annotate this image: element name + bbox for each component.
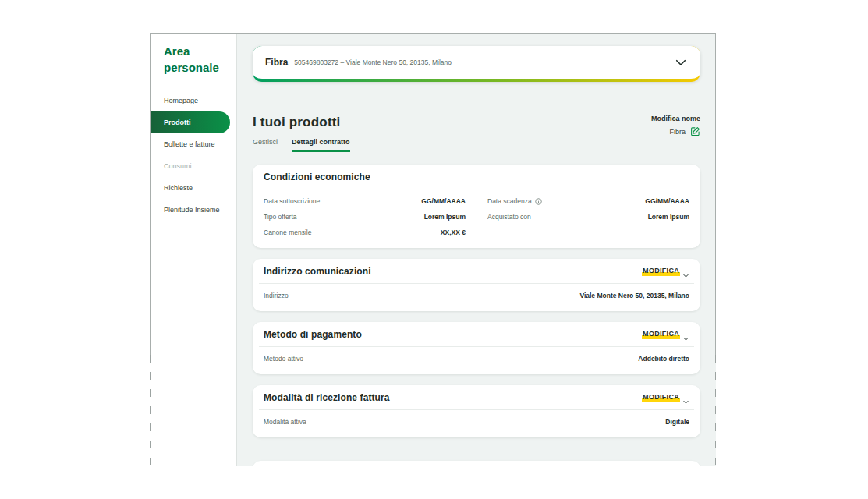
- sidebar-nav: Homepage Prodotti Bollette e fatture Con…: [150, 90, 236, 221]
- card-title: Metodo di pagamento: [264, 329, 362, 340]
- card-partial-next: [253, 461, 700, 466]
- field-tipo-offerta: Tipo offerta Lorem Ipsum: [264, 209, 466, 225]
- edit-pencil-square-icon[interactable]: [690, 126, 700, 136]
- sidebar-item-plenitude-insieme[interactable]: Plenitude Insieme: [150, 199, 236, 221]
- sidebar-item-prodotti[interactable]: Prodotti: [150, 111, 230, 133]
- field-data-scadenza: Data scadenza GG/MM/AAAA: [487, 193, 689, 209]
- sidebar-title: Area personale: [150, 44, 236, 90]
- field-data-sottoscrizione: Data sottoscrizione GG/MM/AAAA: [264, 193, 466, 209]
- main-content: Fibra 505469803272 – Viale Monte Nero 50…: [237, 34, 716, 466]
- field-canone-mensile: Canone mensile XX,XX €: [264, 225, 466, 240]
- card-condizioni-economiche: Condizioni economiche Data sottoscrizion…: [253, 165, 700, 248]
- rename-block: Modifica nome Fibra: [651, 115, 700, 136]
- card-title: Modalità di ricezione fattura: [264, 392, 390, 403]
- card-title: Condizioni economiche: [264, 172, 370, 182]
- selector-product-details: 505469803272 – Viale Monte Nero 50, 2013…: [294, 58, 668, 66]
- modifica-billing-button[interactable]: MODIFICA: [642, 393, 689, 402]
- card-modalita-ricezione-fattura: Modalità di ricezione fattura MODIFICA M…: [253, 385, 700, 437]
- rename-value: Fibra: [669, 128, 686, 136]
- modifica-address-button[interactable]: MODIFICA: [642, 267, 689, 276]
- rename-label: Modifica nome: [651, 115, 700, 122]
- tab-gestisci[interactable]: Gestisci: [253, 138, 278, 152]
- selector-product-name: Fibra: [265, 57, 288, 68]
- product-selector-dropdown[interactable]: Fibra 505469803272 – Viale Monte Nero 50…: [253, 46, 700, 82]
- chevron-down-icon: [674, 55, 688, 69]
- page-title: I tuoi prodotti: [253, 115, 350, 130]
- chevron-down-icon: [682, 331, 689, 338]
- card-indirizzo-comunicazioni: Indirizzo comunicazioni MODIFICA Indiriz…: [253, 259, 700, 311]
- page-header: I tuoi prodotti Gestisci Dettagli contra…: [253, 115, 700, 152]
- screenshot-canvas: Area personale Homepage Prodotti Bollett…: [0, 0, 868, 499]
- app-window: Area personale Homepage Prodotti Bollett…: [150, 33, 716, 466]
- card-metodo-pagamento: Metodo di pagamento MODIFICA Metodo atti…: [253, 322, 700, 374]
- modifica-payment-button[interactable]: MODIFICA: [642, 330, 689, 339]
- field-acquistato-con: Acquistato con Lorem Ipsum: [487, 209, 689, 225]
- sidebar-item-bollette[interactable]: Bollette e fatture: [150, 133, 236, 155]
- field-metodo-attivo: Metodo attivo Addebito diretto: [264, 351, 689, 366]
- sidebar-item-richieste[interactable]: Richieste: [150, 177, 236, 199]
- field-modalita-attiva: Modalità attiva Digitale: [264, 414, 689, 430]
- card-title: Indirizzo comunicazioni: [264, 266, 371, 277]
- sidebar: Area personale Homepage Prodotti Bollett…: [150, 34, 237, 466]
- sidebar-item-consumi[interactable]: Consumi: [150, 155, 236, 177]
- chevron-down-icon: [682, 395, 689, 402]
- info-circle-icon[interactable]: [535, 198, 542, 205]
- chevron-down-icon: [682, 268, 689, 275]
- tabs: Gestisci Dettagli contratto: [253, 138, 350, 152]
- tab-dettagli-contratto[interactable]: Dettagli contratto: [292, 138, 350, 152]
- field-indirizzo: Indirizzo Viale Monte Nero 50, 20135, Mi…: [264, 288, 689, 303]
- sidebar-item-homepage[interactable]: Homepage: [150, 90, 236, 111]
